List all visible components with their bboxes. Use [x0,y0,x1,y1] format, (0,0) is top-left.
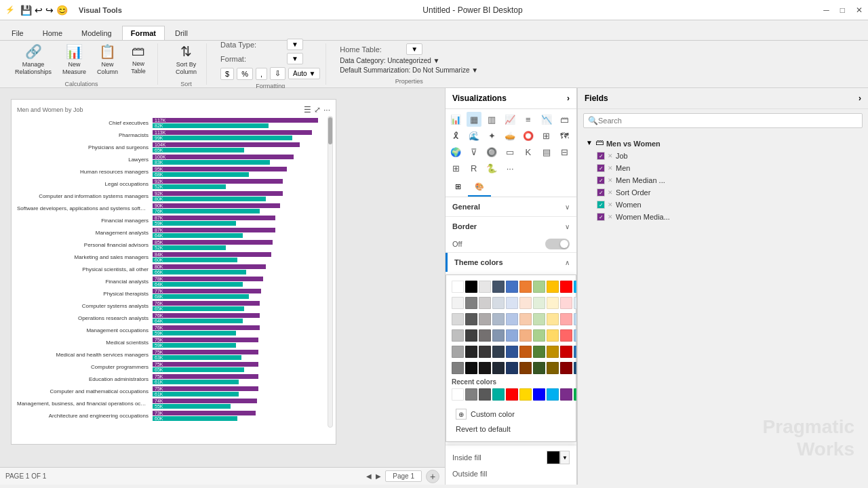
add-page-btn[interactable]: + [426,470,439,483]
kpi-icon[interactable]: K [521,144,536,159]
manage-relationships-btn[interactable]: 🔗 ManageRelationships [11,41,56,79]
inside-fill-swatch[interactable] [547,451,560,464]
color-swatch[interactable] [547,362,559,374]
sort-by-column-btn[interactable]: ⇅ Sort ByColumn [172,41,201,79]
redo-icon[interactable]: ↪ [45,5,54,16]
more-options-icon[interactable]: ··· [323,105,330,115]
remove-field-icon[interactable]: ✕ [608,177,613,184]
color-swatch[interactable] [465,329,477,342]
smile-icon[interactable]: 😊 [56,5,68,16]
recent-color-swatch[interactable] [479,388,491,401]
color-swatch[interactable] [465,362,477,374]
border-section-header[interactable]: Border ∨ [446,217,576,236]
prev-page-btn[interactable]: ◀ [366,472,372,480]
color-swatch[interactable] [547,329,559,342]
color-swatch[interactable] [506,362,518,374]
column-chart-icon[interactable]: 📈 [502,112,517,127]
data-type-value[interactable]: ▼ [287,39,303,50]
color-swatch[interactable] [547,297,559,309]
color-swatch[interactable] [533,346,545,358]
new-measure-btn[interactable]: 📊 NewMeasure [58,41,90,79]
color-swatch[interactable] [479,313,491,325]
viz-tab-fields[interactable]: ⊞ [448,178,468,197]
remove-field-icon[interactable]: ✕ [608,214,613,220]
fields-item[interactable]: ✓✕Women [594,199,863,211]
color-swatch[interactable] [452,297,464,309]
stacked-column-icon[interactable]: ≡ [521,112,536,127]
color-swatch[interactable] [465,346,477,358]
undo-icon[interactable]: ↩ [35,5,43,16]
color-swatch[interactable] [465,297,477,309]
next-page-btn[interactable]: ▶ [376,472,381,480]
color-swatch[interactable] [560,362,572,374]
ribbon-chart-icon[interactable]: 🎗 [448,128,463,143]
remove-field-icon[interactable]: ✕ [608,201,613,208]
page-1-tab[interactable]: Page 1 [385,470,422,482]
chart-scrollbar[interactable] [328,116,333,428]
waterfall-icon[interactable]: 🌊 [467,128,481,143]
search-input[interactable] [598,117,858,125]
fields-checkbox[interactable]: ✓ [597,164,605,172]
fields-checkbox[interactable]: ✓ [597,152,605,160]
color-swatch[interactable] [560,281,572,293]
fields-search-box[interactable]: 🔍 [583,113,863,128]
color-swatch[interactable] [479,281,491,293]
color-swatch[interactable] [492,346,505,358]
auto-select[interactable]: Auto ▼ [288,68,320,79]
color-swatch[interactable] [519,297,532,309]
percent-btn[interactable]: % [237,68,253,80]
map-icon[interactable]: 🗺 [557,128,572,143]
recent-color-swatch[interactable] [519,388,532,401]
color-swatch[interactable] [506,297,518,309]
new-column-btn[interactable]: 📋 NewColumn [93,41,122,79]
comma-btn[interactable]: , [256,68,267,80]
color-swatch[interactable] [452,362,464,374]
color-swatch[interactable] [492,329,505,342]
color-swatch[interactable] [560,329,572,342]
bar-chart-stacked-icon[interactable]: 📊 [448,112,463,127]
color-swatch[interactable] [479,362,491,374]
color-swatch[interactable] [492,362,505,374]
recent-color-swatch[interactable] [492,388,505,401]
custom-color-btn[interactable]: ⊕ Custom color [452,406,570,422]
color-swatch[interactable] [452,329,464,342]
color-swatch[interactable] [533,362,545,374]
save-icon[interactable]: 💾 [20,5,32,16]
matrix-icon[interactable]: ⊞ [448,161,463,176]
card-icon[interactable]: ▭ [502,144,517,159]
recent-color-swatch[interactable] [465,388,477,401]
color-swatch[interactable] [506,313,518,325]
line-chart-icon[interactable]: 📉 [539,112,554,127]
visualizations-expand-icon[interactable]: › [567,94,570,103]
currency-btn[interactable]: $ [220,68,234,80]
color-swatch[interactable] [479,346,491,358]
scatter-chart-icon[interactable]: ✦ [484,128,499,143]
expand-icon[interactable]: ⤢ [314,105,321,115]
color-swatch[interactable] [465,281,477,293]
fields-checkbox[interactable]: ✓ [597,213,605,221]
chart-canvas[interactable]: Men and Women by Job ☰ ⤢ ··· Chief execu… [11,99,336,445]
clustered-bar-chart-icon[interactable]: ▦ [467,112,481,127]
color-swatch[interactable] [560,346,572,358]
pie-chart-icon[interactable]: 🥧 [502,128,517,143]
theme-colors-header[interactable]: Theme colors ∧ [446,253,576,272]
more-visuals-icon[interactable]: ··· [502,161,517,176]
gauge-icon[interactable]: 🔘 [484,144,499,159]
100-stacked-bar-icon[interactable]: ▥ [484,112,499,127]
minimize-btn[interactable]: ─ [823,5,829,15]
fields-item[interactable]: ✓✕Job [594,150,863,162]
color-swatch[interactable] [452,346,464,358]
color-swatch[interactable] [506,281,518,293]
color-swatch[interactable] [519,313,532,325]
tab-modeling[interactable]: Modeling [73,26,121,40]
inside-fill-dropdown[interactable]: ▼ [560,451,570,464]
color-swatch[interactable] [479,329,491,342]
fields-item[interactable]: ✓✕Sort Order [594,186,863,199]
color-swatch[interactable] [479,297,491,309]
close-btn[interactable]: ✕ [856,5,863,15]
recent-color-swatch[interactable] [452,388,464,401]
fields-item[interactable]: ✓✕Men [594,162,863,174]
tab-drill[interactable]: Drill [166,26,197,40]
color-swatch[interactable] [465,313,477,325]
color-swatch[interactable] [560,297,572,309]
